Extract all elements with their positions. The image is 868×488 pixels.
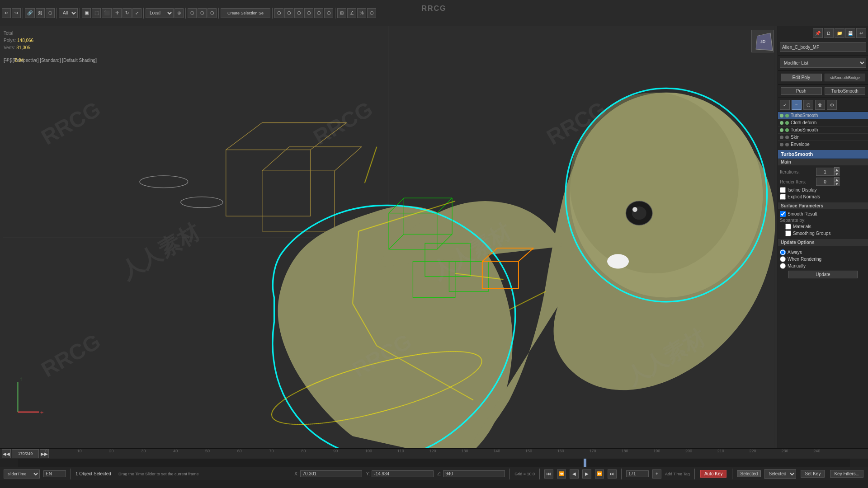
redo-button[interactable]: ↪ <box>12 8 21 18</box>
modifier-list-dropdown[interactable]: Modifier List <box>780 58 866 68</box>
always-radio[interactable] <box>780 249 786 255</box>
align-btn[interactable]: ⬡ <box>208 8 217 18</box>
viewport[interactable]: [ + ] [Perspective] [Standard] [Default … <box>0 26 778 448</box>
mod-icon-settings[interactable]: ⚙ <box>827 100 837 110</box>
bind-button[interactable]: ⬡ <box>46 8 55 18</box>
modifier-dot-3 <box>780 128 783 132</box>
manually-radio[interactable] <box>780 263 786 269</box>
slider-time-dropdown[interactable]: sliderTime <box>4 469 40 479</box>
scale-btn[interactable]: ⤢ <box>132 8 142 18</box>
selected-dropdown[interactable]: Selected <box>764 469 796 479</box>
schematic-btn[interactable]: ⬡ <box>284 8 293 18</box>
undo-panel-icon[interactable]: ↩ <box>856 28 866 38</box>
filter-dropdown[interactable]: All <box>59 8 78 18</box>
next-key-btn[interactable]: ⏩ <box>595 469 604 479</box>
mod-icon-delete[interactable]: 🗑 <box>815 100 825 110</box>
object-name-input[interactable]: Alien_C_body_MF <box>780 42 866 52</box>
ref-coord-dropdown[interactable]: Local World Screen <box>146 8 174 18</box>
undo-button[interactable]: ↩ <box>2 8 11 18</box>
link-button[interactable]: 🔗 <box>25 8 35 18</box>
add-time-tag-btn[interactable]: + <box>652 469 661 479</box>
new-scene-icon[interactable]: 🗋 <box>824 28 834 38</box>
go-end-btn[interactable]: ⏭ <box>608 469 617 479</box>
pivot-btn[interactable]: ⊕ <box>175 8 184 18</box>
push-button[interactable]: Push <box>781 87 822 95</box>
mod-icon-check[interactable]: ✓ <box>780 100 790 110</box>
isoline-checkbox[interactable] <box>780 187 786 193</box>
modifier-item-envelope[interactable]: Envelope <box>778 141 868 148</box>
prev-key-btn[interactable]: ⏪ <box>557 469 566 479</box>
pin-icon[interactable]: 📌 <box>813 28 823 38</box>
select-filter-btn[interactable]: ⬡ <box>188 8 197 18</box>
modifier-item-turbosmooth-1[interactable]: TurboSmooth <box>778 112 868 119</box>
iterations-up-btn[interactable]: ▲ <box>834 167 840 172</box>
scrubber-handle[interactable] <box>584 459 586 467</box>
rect-select-btn[interactable]: ⬛ <box>102 8 112 18</box>
turbo-smooth-top-button[interactable]: TurboSmooth <box>825 87 866 95</box>
when-rendering-radio[interactable] <box>780 256 786 262</box>
select-obj-btn[interactable]: ▣ <box>82 8 91 18</box>
smooth-result-row: Smooth Result <box>780 211 866 217</box>
materials-checkbox[interactable] <box>785 224 791 230</box>
sb-smooth-bridge-button[interactable]: sbSmoothBridge <box>825 74 866 81</box>
auto-key-btn[interactable]: Auto Key <box>700 470 727 478</box>
unlink-button[interactable]: ⛓ <box>36 8 45 18</box>
x-coord: X: 70.301 <box>294 470 362 477</box>
render-btn[interactable]: ⬡ <box>324 8 333 18</box>
iterations-down-btn[interactable]: ▼ <box>834 172 840 176</box>
modifier-icons-row: ✓ ≡ ⬡ 🗑 ⚙ <box>778 98 868 112</box>
prev-frame-btn[interactable]: ◀◀ <box>2 449 11 458</box>
explicit-normals-checkbox[interactable] <box>780 194 786 200</box>
y-input[interactable]: -14.934 <box>372 470 434 477</box>
play-btn[interactable]: ▶ <box>582 469 591 479</box>
stats-overlay: Total Polys: 148,066 Verts: 81,305 <box>4 30 33 52</box>
z-input[interactable]: 940 <box>443 470 505 477</box>
region-select-btn[interactable]: ⬚ <box>92 8 101 18</box>
edit-poly-button[interactable]: Edit Poly <box>781 74 822 81</box>
play-back-btn[interactable]: ◀ <box>570 469 579 479</box>
snap-btn[interactable]: ⊞ <box>337 8 346 18</box>
percent-snap-btn[interactable]: % <box>357 8 366 18</box>
render-iters-input[interactable]: 0 <box>816 178 834 186</box>
selected-badge: Selected <box>737 470 761 477</box>
mirror-btn[interactable]: ⬡ <box>198 8 207 18</box>
render-iters-up-btn[interactable]: ▲ <box>834 177 840 182</box>
explicit-normals-row: Explicit Normals <box>780 194 866 200</box>
iterations-input[interactable]: 1 <box>816 168 834 176</box>
render-setup-btn[interactable]: ⬡ <box>314 8 323 18</box>
angle-snap-btn[interactable]: ∠ <box>347 8 356 18</box>
lang-input[interactable]: EN <box>43 470 66 477</box>
material-btn[interactable]: ⬡ <box>294 8 303 18</box>
frame-input[interactable]: 171 <box>626 470 649 477</box>
nav-cube[interactable]: 3D <box>751 30 774 52</box>
modifier-item-turbosmooth-2[interactable]: TurboSmooth <box>778 127 868 134</box>
create-selection-btn[interactable]: Create Selection Se <box>221 8 270 18</box>
sep-status-4 <box>621 469 622 479</box>
mod-icon-copy[interactable]: ⬡ <box>803 100 813 110</box>
move-btn[interactable]: ✛ <box>113 8 122 18</box>
spinner-btn[interactable]: ⬡ <box>367 8 376 18</box>
tick-210: 210 <box>717 449 724 453</box>
open-icon[interactable]: 📁 <box>835 28 844 38</box>
modifier-item-cloth[interactable]: Cloth deform <box>778 119 868 127</box>
modifier-item-skin[interactable]: Skin <box>778 134 868 141</box>
rotate-btn[interactable]: ↻ <box>123 8 132 18</box>
go-start-btn[interactable]: ⏮ <box>544 469 553 479</box>
update-button[interactable]: Update <box>788 271 858 278</box>
render-iters-down-btn[interactable]: ▼ <box>834 182 840 186</box>
modifier-vis-2 <box>785 121 789 125</box>
x-input[interactable]: 70.301 <box>300 470 362 477</box>
smooth-result-checkbox[interactable] <box>780 211 786 217</box>
iterations-spinner: 1 ▲ ▼ <box>816 167 840 176</box>
map-btn[interactable]: ⬡ <box>304 8 313 18</box>
save-icon[interactable]: 💾 <box>845 28 855 38</box>
mod-icon-list[interactable]: ≡ <box>792 100 802 110</box>
set-key-btn[interactable]: Set Key <box>801 470 825 478</box>
smoothing-groups-checkbox[interactable] <box>785 230 791 236</box>
timeline-scrubber[interactable] <box>18 459 850 467</box>
smoothing-groups-row: Smoothing Groups <box>780 230 866 236</box>
modifier-vis-3 <box>785 128 789 132</box>
tick-140: 140 <box>493 449 500 453</box>
key-filters-btn[interactable]: Key Filters... <box>830 470 863 478</box>
graph-editor-btn[interactable]: ⬡ <box>274 8 283 18</box>
